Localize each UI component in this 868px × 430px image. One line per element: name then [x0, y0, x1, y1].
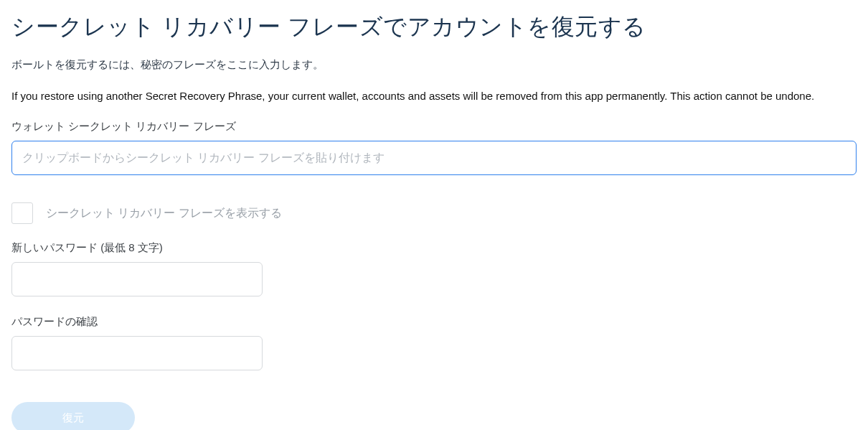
srp-input-label: ウォレット シークレット リカバリー フレーズ: [11, 120, 857, 134]
srp-input[interactable]: [11, 141, 857, 175]
show-srp-row: シークレット リカバリー フレーズを表示する: [11, 202, 857, 224]
confirm-password-input[interactable]: [11, 336, 263, 370]
show-srp-checkbox[interactable]: [11, 202, 33, 224]
page-title: シークレット リカバリー フレーズでアカウントを復元する: [11, 11, 857, 43]
new-password-input[interactable]: [11, 262, 263, 296]
new-password-label: 新しいパスワード (最低 8 文字): [11, 241, 857, 255]
confirm-password-label: パスワードの確認: [11, 315, 857, 329]
show-srp-label: シークレット リカバリー フレーズを表示する: [46, 206, 282, 221]
page-subtitle: ボールトを復元するには、秘密のフレーズをここに入力します。: [11, 56, 857, 73]
restore-button[interactable]: 復元: [11, 402, 135, 430]
warning-text: If you restore using another Secret Reco…: [11, 88, 857, 104]
password-section: 新しいパスワード (最低 8 文字) パスワードの確認: [11, 241, 857, 370]
